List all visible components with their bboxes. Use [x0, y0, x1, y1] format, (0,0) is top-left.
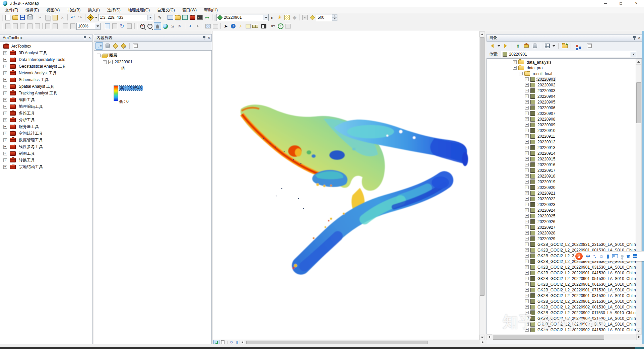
pin-icon[interactable] — [633, 36, 636, 40]
copy-icon[interactable] — [44, 14, 51, 21]
catalog-vertical-scrollbar[interactable] — [636, 59, 642, 335]
list-by-drawing-order-icon[interactable]: ⋮≡ — [95, 42, 103, 50]
catalog-raster-item[interactable]: 20220926 — [487, 219, 636, 224]
map-vscroll-thumb[interactable] — [480, 37, 485, 296]
home-folder-icon[interactable] — [523, 43, 530, 49]
chevron-down-icon[interactable] — [95, 23, 100, 29]
zoom-page-width-icon[interactable] — [19, 23, 26, 29]
go-to-xy-icon[interactable]: XY — [270, 23, 276, 29]
expand-plus-icon[interactable] — [525, 94, 529, 98]
toggle-contents-panel-icon[interactable] — [574, 43, 580, 49]
hyperlink-icon[interactable]: ⚡ — [237, 23, 244, 29]
change-layout-icon[interactable] — [111, 23, 118, 29]
catalog-file-item[interactable]: GK2B_GOCI2_L2_20220831_231530_LA_S010_Ch… — [487, 241, 636, 247]
catalog-folder-data-pro[interactable]: data_pro — [487, 65, 636, 71]
expand-plus-icon[interactable] — [525, 100, 529, 104]
expand-plus-icon[interactable] — [3, 125, 7, 129]
minimize-button[interactable]: ─ — [598, 0, 613, 7]
expand-plus-icon[interactable] — [525, 299, 529, 303]
catalog-file-item[interactable]: GK2B_GOCI2_L2_20220901_071530_LA_S010_Ch… — [487, 287, 636, 293]
expand-plus-icon[interactable] — [3, 152, 7, 155]
scroll-down-icon[interactable] — [636, 329, 641, 334]
contents-view-dropdown-icon[interactable] — [552, 43, 556, 49]
cut-icon[interactable]: ✂ — [37, 14, 44, 21]
back-icon[interactable] — [489, 43, 496, 49]
expand-plus-icon[interactable] — [3, 158, 7, 162]
catalog-file-item[interactable]: GK2B_GOCI2_L2_20220902_041530_LA_S010_Ch… — [487, 327, 636, 333]
expand-plus-icon[interactable] — [525, 305, 529, 309]
sogou-logo-icon[interactable]: S — [575, 253, 583, 260]
expand-plus-icon[interactable] — [525, 237, 529, 240]
effects-layer-combo[interactable]: 20220901 — [216, 14, 269, 21]
pause-drawing-icon[interactable] — [126, 23, 133, 29]
arctoolbox-tool-item[interactable]: 地理编码工具 — [0, 103, 92, 110]
toc-layer-row[interactable]: ✓ 20220901 — [103, 60, 211, 64]
voice-input-icon[interactable] — [607, 255, 609, 258]
default-geodatabase-icon[interactable] — [531, 43, 538, 49]
expand-plus-icon[interactable] — [3, 65, 7, 68]
expand-plus-icon[interactable] — [525, 277, 529, 280]
close-icon[interactable]: × — [638, 36, 640, 40]
menu-item[interactable]: 视图(V) — [43, 7, 63, 13]
expand-plus-icon[interactable] — [525, 214, 529, 218]
expand-plus-icon[interactable] — [525, 248, 529, 252]
catalog-raster-item[interactable]: 20220915 — [487, 156, 636, 162]
zoom-whole-page-icon[interactable] — [4, 23, 11, 29]
expand-plus-icon[interactable] — [525, 146, 529, 149]
arctoolbox-tool-item[interactable]: 多维工具 — [0, 110, 92, 117]
list-by-selection-icon[interactable]: ➤ — [120, 43, 127, 49]
go-back-extent-page-icon[interactable] — [62, 23, 69, 29]
zoom-out-icon[interactable]: − — [146, 23, 153, 29]
catalog-raster-item[interactable]: 20220920 — [487, 185, 636, 190]
location-combo[interactable]: 20220901 — [501, 51, 636, 58]
arctoolbox-tool-item[interactable]: Geostatistical Analyst 工具 — [0, 63, 92, 70]
measure-icon[interactable] — [252, 23, 259, 29]
catalog-file-item[interactable]: GK2B_GOCI2_L2_20220901_081530_LA_S010_Ch… — [487, 293, 636, 298]
pan-hand-icon[interactable] — [154, 22, 161, 30]
flicker-layer-icon[interactable] — [309, 14, 316, 21]
expand-plus-icon[interactable] — [525, 271, 529, 275]
expand-plus-icon[interactable] — [3, 118, 7, 122]
arctoolbox-tool-item[interactable]: 制图工具 — [0, 150, 92, 157]
python-window-icon[interactable]: › — [196, 14, 203, 21]
map-horizontal-scrollbar[interactable] — [245, 340, 480, 345]
catalog-raster-item[interactable]: 20220910 — [487, 128, 636, 133]
expand-plus-icon[interactable] — [525, 254, 529, 258]
catalog-raster-item[interactable]: 20220924 — [487, 207, 636, 213]
arctoolbox-tool-item[interactable]: 编辑工具 — [0, 96, 92, 103]
arctoolbox-panel-titlebar[interactable]: ArcToolbox × — [0, 34, 92, 42]
catalog-hscroll-thumb[interactable] — [493, 335, 604, 340]
toggle-draft-icon[interactable] — [26, 23, 33, 29]
map-vertical-scrollbar[interactable] — [479, 31, 485, 341]
map-hscroll-thumb[interactable] — [246, 341, 428, 345]
toc-layers-group[interactable]: 图层 — [97, 53, 211, 58]
catalog-raster-item[interactable]: 20220923 — [487, 202, 636, 207]
expand-plus-icon[interactable] — [525, 265, 529, 269]
paste-icon[interactable] — [52, 14, 58, 21]
expand-plus-icon[interactable] — [3, 138, 7, 142]
map-view[interactable]: ↻ ∥ — [212, 31, 485, 345]
close-icon[interactable]: × — [208, 36, 210, 40]
menu-item[interactable]: 选择(S) — [104, 7, 124, 13]
forward-extent-icon[interactable] — [194, 23, 201, 29]
pin-icon[interactable] — [83, 36, 86, 40]
catalog-raster-item[interactable]: 20220908 — [487, 116, 636, 122]
sogou-ime-bar[interactable]: S 中 °, ☺ — [574, 251, 644, 261]
expand-plus-icon[interactable] — [525, 77, 529, 81]
menu-item[interactable]: 自定义(C) — [153, 7, 179, 13]
menu-item[interactable]: 文件(F) — [1, 7, 22, 13]
refresh-icon[interactable]: ↻ — [229, 340, 234, 345]
arctoolbox-tool-item[interactable]: Data Interoperability Tools — [0, 56, 92, 63]
expand-plus-icon[interactable] — [525, 117, 529, 121]
attribute-table-icon[interactable] — [167, 14, 174, 21]
expand-plus-icon[interactable] — [525, 174, 529, 178]
menu-item[interactable]: 插入(I) — [84, 7, 103, 13]
scroll-left-icon[interactable] — [487, 334, 492, 340]
catalog-vscroll-thumb[interactable] — [636, 82, 641, 123]
layout-view-button[interactable] — [220, 340, 226, 345]
catalog-raster-item[interactable]: 20220907 — [487, 111, 636, 116]
catalog-raster-item[interactable]: 20220921 — [487, 190, 636, 196]
expand-plus-icon[interactable] — [525, 231, 529, 235]
catalog-file-item[interactable]: GK2B_GOCI2_L2_20220902_021530_LA_S010_Ch… — [487, 316, 636, 321]
arctoolbox-tool-item[interactable]: Network Analyst 工具 — [0, 70, 92, 76]
